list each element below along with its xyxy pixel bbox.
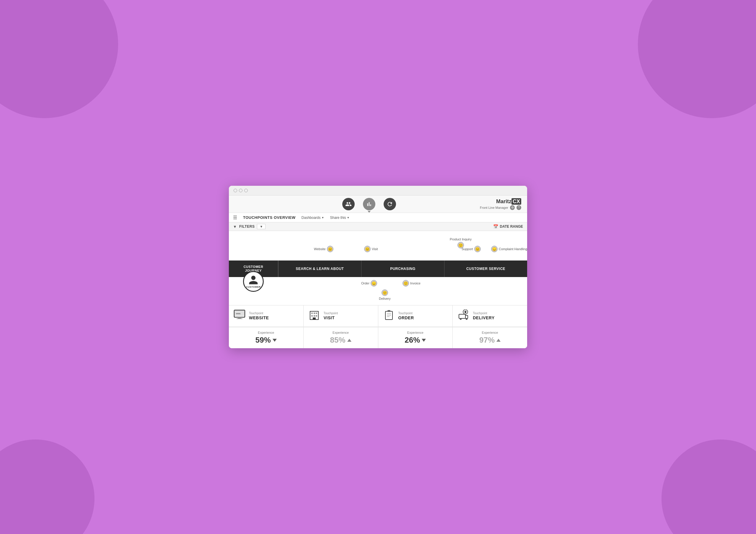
order-touchpoint: Order 😞 bbox=[361, 280, 377, 286]
svg-text:www.: www. bbox=[236, 312, 241, 314]
card-visit-text: Touchpoint VISIT bbox=[324, 311, 338, 320]
svg-rect-9 bbox=[313, 312, 315, 314]
svg-rect-8 bbox=[311, 312, 313, 314]
nav-icons bbox=[342, 198, 396, 210]
exp-visit: Experience 85% bbox=[304, 327, 378, 348]
settings-icon[interactable]: ⚙ bbox=[510, 205, 515, 210]
visit-touchpoint: 😐 Visit bbox=[364, 246, 378, 252]
svg-rect-13 bbox=[316, 315, 317, 317]
svg-rect-16 bbox=[388, 310, 391, 312]
website-smiley: 😐 bbox=[327, 246, 334, 252]
cards-section: www. Touchpoint WEBSITE bbox=[229, 305, 527, 348]
website-touchpoint: Website 😐 bbox=[314, 246, 334, 252]
card-order-text: Touchpoint ORDER bbox=[398, 311, 414, 320]
toolbar: ☰ TOUCHPOINTS OVERVIEW Dashboards ▼ Shar… bbox=[229, 213, 527, 223]
invoice-touchpoint: 🙂 Invoice bbox=[402, 280, 420, 286]
filter-bar: ▼ FILTERS ▼ 📅 DATE RANGE bbox=[229, 223, 527, 231]
brand-name: MaritzCX bbox=[480, 199, 521, 205]
delivery-touchpoint: 🙂 Delivery bbox=[379, 289, 391, 300]
svg-point-23 bbox=[460, 318, 462, 320]
bg-blob-bl bbox=[0, 440, 94, 534]
journey-phases: SEARCH & LEARN ABOUT PURCHASING CUSTOMER… bbox=[279, 260, 527, 277]
exp-value-website: 59% bbox=[233, 335, 299, 345]
up-arrow-delivery bbox=[497, 339, 500, 342]
app-window: MaritzCX Front Line Manager ⚙ ? ☰ TOUCHP… bbox=[229, 186, 527, 348]
exp-value-order: 26% bbox=[383, 335, 448, 345]
phase-search: SEARCH & LEARN ABOUT bbox=[279, 260, 362, 277]
exp-value-delivery: 97% bbox=[457, 335, 523, 345]
share-button[interactable]: Share this ▼ bbox=[330, 216, 349, 220]
title-bar bbox=[229, 186, 527, 196]
svg-rect-14 bbox=[313, 317, 316, 320]
exp-delivery: Experience 97% bbox=[453, 327, 527, 348]
refresh-nav-icon[interactable] bbox=[384, 198, 396, 210]
card-website-text: Touchpoint WEBSITE bbox=[249, 311, 269, 320]
complaint-handling-touchpoint: 😞 Complaint Handling bbox=[491, 246, 527, 252]
page-title: TOUCHPOINTS OVERVIEW bbox=[243, 215, 296, 220]
phase-service: CUSTOMER SERVICE bbox=[445, 260, 527, 277]
cards-row: www. Touchpoint WEBSITE bbox=[229, 306, 527, 327]
delivery-smiley: 🙂 bbox=[382, 289, 388, 296]
card-delivery-text: Touchpoint DELIVERY bbox=[473, 311, 495, 320]
svg-rect-12 bbox=[313, 315, 315, 317]
card-visit: Touchpoint VISIT bbox=[304, 306, 378, 327]
card-website: www. Touchpoint WEBSITE bbox=[229, 306, 304, 327]
people-nav-icon[interactable] bbox=[342, 198, 355, 210]
delivery-icon bbox=[457, 309, 469, 323]
date-range-button[interactable]: 📅 DATE RANGE bbox=[493, 224, 523, 229]
maximize-button[interactable] bbox=[244, 189, 248, 192]
complaint-smiley: 😞 bbox=[491, 246, 498, 252]
chart-nav-icon[interactable] bbox=[363, 198, 375, 210]
monitor-icon: www. bbox=[233, 309, 245, 323]
experience-row: Experience 59% Experience 85% Experience… bbox=[229, 327, 527, 348]
bg-blob-br bbox=[662, 440, 756, 534]
bg-blob-tr bbox=[638, 0, 756, 118]
building-icon bbox=[308, 309, 320, 323]
brand-subtitle: Front Line Manager ⚙ ? bbox=[480, 205, 521, 210]
down-arrow-order bbox=[422, 339, 426, 342]
customer-avatar: CUSTOMER bbox=[243, 271, 264, 292]
close-button[interactable] bbox=[233, 189, 237, 192]
support-touchpoint: Support 😐 bbox=[462, 246, 481, 252]
brand: MaritzCX Front Line Manager ⚙ ? bbox=[480, 199, 521, 210]
svg-point-24 bbox=[466, 318, 468, 320]
top-touchpoints-area: Website 😐 😐 Visit Product Inquiry 🙂 Supp… bbox=[279, 237, 527, 260]
invoice-smiley: 🙂 bbox=[402, 280, 409, 286]
svg-rect-4 bbox=[236, 318, 242, 319]
phase-purchasing: PURCHASING bbox=[362, 260, 445, 277]
clipboard-icon bbox=[383, 309, 395, 323]
filter-left: ▼ FILTERS ▼ bbox=[233, 224, 265, 229]
support-smiley: 😐 bbox=[474, 246, 481, 252]
svg-rect-21 bbox=[459, 314, 465, 318]
up-arrow-visit bbox=[347, 339, 351, 342]
bg-blob-tl bbox=[0, 0, 118, 118]
filter-icon: ▼ bbox=[233, 225, 237, 229]
exp-website: Experience 59% bbox=[229, 327, 304, 348]
exp-order: Experience 26% bbox=[378, 327, 453, 348]
journey-label: CUSTOMERJOURNEY CUSTOMER bbox=[229, 260, 279, 277]
svg-rect-11 bbox=[311, 315, 313, 317]
minimize-button[interactable] bbox=[239, 189, 242, 192]
order-smiley: 😞 bbox=[371, 280, 377, 286]
calendar-icon: 📅 bbox=[493, 224, 498, 229]
down-arrow-website bbox=[273, 339, 277, 342]
help-icon[interactable]: ? bbox=[517, 205, 521, 210]
svg-rect-15 bbox=[385, 311, 392, 320]
svg-rect-10 bbox=[316, 312, 317, 314]
svg-rect-22 bbox=[465, 315, 468, 318]
customer-label: CUSTOMER bbox=[246, 286, 261, 288]
card-delivery: Touchpoint DELIVERY bbox=[453, 306, 527, 327]
bottom-touchpoints-area: Order 😞 🙂 Invoice 🙂 Delivery bbox=[279, 277, 527, 304]
exp-value-visit: 85% bbox=[308, 335, 373, 345]
visit-smiley: 😐 bbox=[364, 246, 371, 252]
filter-dropdown[interactable]: ▼ bbox=[257, 224, 265, 229]
journey-area: Website 😐 😐 Visit Product Inquiry 🙂 Supp… bbox=[229, 231, 527, 305]
dashboards-button[interactable]: Dashboards ▼ bbox=[302, 216, 324, 220]
top-nav: MaritzCX Front Line Manager ⚙ ? bbox=[229, 196, 527, 213]
svg-rect-3 bbox=[238, 317, 241, 318]
journey-bar: CUSTOMERJOURNEY CUSTOMER SEARCH & LEARN … bbox=[229, 260, 527, 277]
filters-label: FILTERS bbox=[239, 225, 255, 228]
hamburger-menu[interactable]: ☰ bbox=[233, 215, 237, 220]
card-order: Touchpoint ORDER bbox=[378, 306, 453, 327]
